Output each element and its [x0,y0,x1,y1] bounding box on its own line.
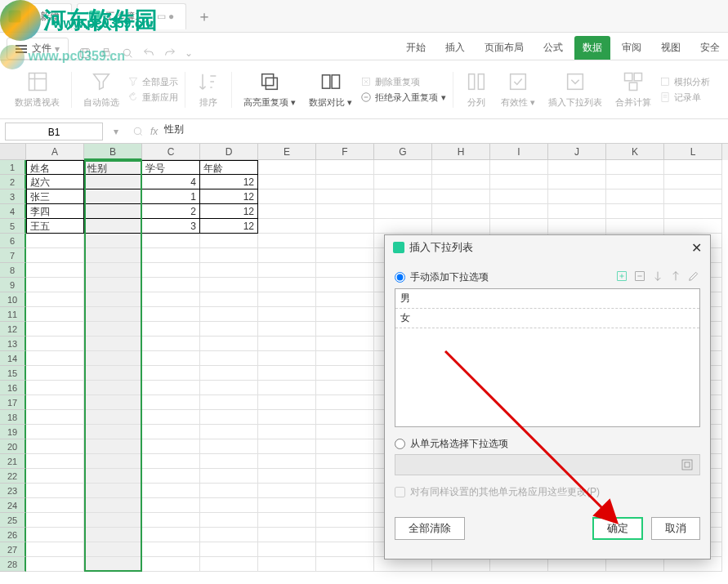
row-header[interactable]: 20 [0,439,26,454]
cell[interactable] [316,234,374,248]
fx-icon[interactable]: fx [150,126,158,137]
cell[interactable] [26,278,84,292]
close-icon[interactable]: ✕ [691,240,702,256]
cell[interactable] [142,528,200,542]
cell[interactable] [316,307,374,322]
cell[interactable] [258,425,316,439]
move-up-icon[interactable] [669,270,682,285]
sort-button[interactable]: 排序 [192,70,225,109]
cell[interactable] [200,454,258,469]
cell[interactable] [142,410,200,425]
cell[interactable] [84,337,142,351]
row-header[interactable]: 11 [0,307,26,322]
col-header[interactable]: J [548,144,606,160]
cell[interactable] [26,557,84,572]
cell[interactable] [200,528,258,542]
row-header[interactable]: 2 [0,175,26,189]
cell[interactable] [258,513,316,528]
row-header[interactable]: 4 [0,204,26,219]
tab-formula[interactable]: 公式 [535,36,571,60]
row-header[interactable]: 17 [0,395,26,410]
cell[interactable] [142,351,200,366]
cell[interactable]: 年龄 [200,160,258,175]
cell[interactable] [374,175,432,189]
tab-data[interactable]: 数据 [574,36,610,60]
cell[interactable] [548,204,606,219]
cell[interactable] [84,248,142,263]
select-all-corner[interactable] [0,144,26,160]
cell[interactable] [664,219,722,234]
dialog-titlebar[interactable]: 插入下拉列表 ✕ [385,235,710,260]
cell[interactable] [258,248,316,263]
row-header[interactable]: 28 [0,557,26,572]
cell[interactable]: 1 [142,189,200,204]
cell[interactable] [316,248,374,263]
col-header[interactable]: A [26,144,84,160]
row-header[interactable]: 26 [0,528,26,542]
cell[interactable] [26,513,84,528]
file-menu[interactable]: 文件 ▾ [7,38,69,60]
cell[interactable] [258,219,316,234]
cell[interactable] [26,528,84,542]
tab-workbook[interactable]: 工作簿1 ▭ ● [77,3,186,29]
cell[interactable] [258,337,316,351]
cell[interactable] [26,410,84,425]
cell[interactable] [84,425,142,439]
cell[interactable] [316,204,374,219]
row-header[interactable]: 3 [0,189,26,204]
cell[interactable] [200,425,258,439]
cell[interactable] [258,381,316,395]
cell[interactable] [84,469,142,484]
cell[interactable]: 12 [200,175,258,189]
cell[interactable] [316,189,374,204]
cell[interactable] [26,454,84,469]
cell[interactable] [316,366,374,381]
cell[interactable] [258,410,316,425]
reject-duplicates-button[interactable]: 拒绝录入重复项 ▾ [360,91,446,104]
cell[interactable] [142,542,200,557]
cell[interactable] [26,542,84,557]
name-box[interactable]: B1 [5,123,103,140]
delete-option-icon[interactable] [633,270,646,285]
cell[interactable] [200,484,258,498]
cell[interactable] [84,204,142,219]
cell[interactable] [316,351,374,366]
cell[interactable] [84,307,142,322]
cell[interactable] [606,219,664,234]
pivot-table-button[interactable]: 数据透视表 [10,70,65,109]
cell[interactable] [316,278,374,292]
validation-button[interactable]: 有效性 ▾ [496,70,540,109]
cell[interactable] [142,425,200,439]
cell[interactable] [142,513,200,528]
data-compare-button[interactable]: 数据对比 ▾ [304,70,357,109]
highlight-duplicates-button[interactable]: 高亮重复项 ▾ [239,70,301,109]
cell[interactable] [316,219,374,234]
cell[interactable] [26,307,84,322]
cell[interactable] [258,204,316,219]
cell[interactable] [84,175,142,189]
ok-button[interactable]: 确定 [592,517,643,540]
save-icon[interactable] [78,47,92,60]
cell[interactable] [142,454,200,469]
cell[interactable] [142,469,200,484]
new-tab-button[interactable]: ＋ [191,3,217,29]
row-header[interactable]: 19 [0,425,26,439]
remove-duplicates-button[interactable]: 删除重复项 [360,76,446,88]
cell[interactable] [84,439,142,454]
cell[interactable]: 12 [200,189,258,204]
cell[interactable] [26,484,84,498]
cell[interactable] [316,528,374,542]
cell[interactable] [258,351,316,366]
row-header[interactable]: 12 [0,322,26,337]
cell[interactable] [374,189,432,204]
cell[interactable]: 12 [200,219,258,234]
cell[interactable] [490,189,548,204]
cell[interactable] [84,381,142,395]
cell[interactable] [548,160,606,175]
row-header[interactable]: 22 [0,469,26,484]
row-header[interactable]: 13 [0,337,26,351]
cell[interactable] [316,439,374,454]
cell[interactable] [606,189,664,204]
cell[interactable] [142,278,200,292]
cell[interactable] [432,160,490,175]
